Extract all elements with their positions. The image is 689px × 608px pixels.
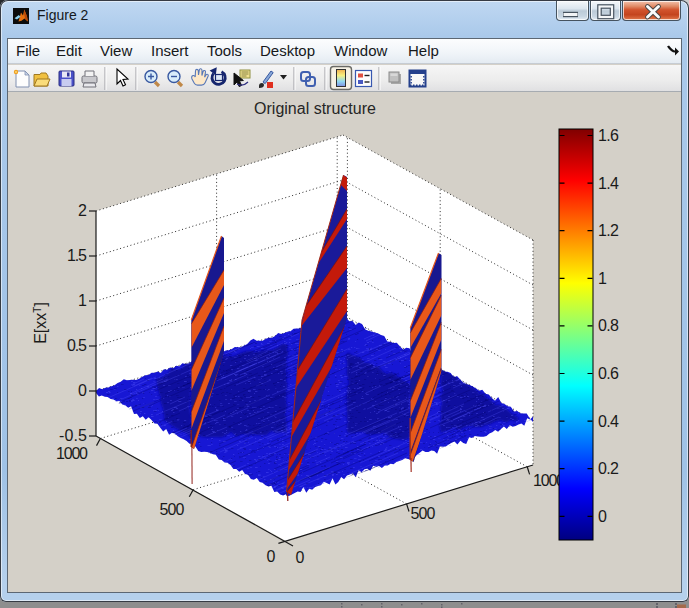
svg-text:0: 0	[598, 508, 607, 525]
svg-text:-0.5: -0.5	[59, 427, 87, 444]
svg-text:1: 1	[78, 292, 87, 309]
svg-text:1: 1	[598, 270, 607, 287]
svg-text:1.5: 1.5	[67, 247, 87, 264]
svg-text:0: 0	[267, 548, 276, 565]
svg-text:0.6: 0.6	[598, 365, 619, 382]
svg-text:1.6: 1.6	[598, 127, 619, 144]
svg-text:500: 500	[411, 505, 436, 522]
svg-text:0.4: 0.4	[598, 413, 619, 430]
svg-text:1000: 1000	[56, 445, 88, 462]
svg-text:2: 2	[78, 202, 87, 219]
svg-text:0: 0	[78, 382, 87, 399]
svg-text:E[xxT]: E[xxT]	[32, 302, 49, 344]
svg-text:0: 0	[296, 549, 305, 566]
svg-text:1.2: 1.2	[598, 222, 619, 239]
svg-text:Original structure: Original structure	[254, 100, 376, 117]
svg-text:500: 500	[160, 501, 185, 518]
svg-text:0.2: 0.2	[598, 460, 619, 477]
svg-text:0.5: 0.5	[67, 337, 87, 354]
svg-text:0.8: 0.8	[598, 317, 619, 334]
svg-text:1.4: 1.4	[598, 175, 619, 192]
